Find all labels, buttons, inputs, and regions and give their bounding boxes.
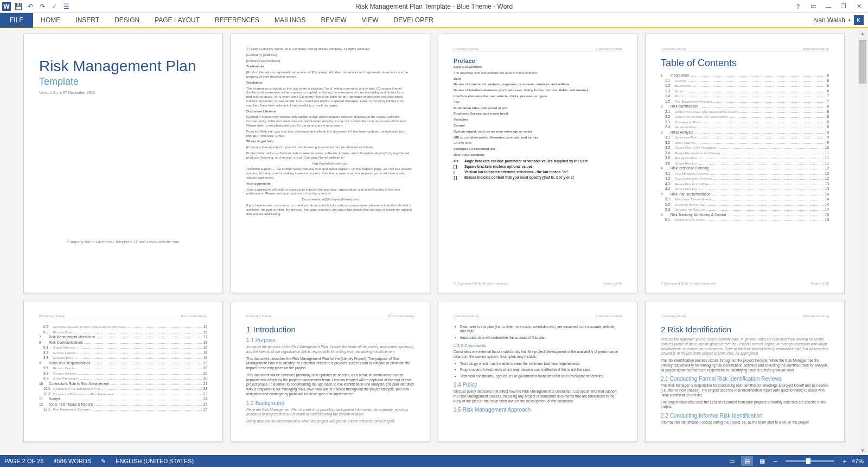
toc-entry[interactable]: 10Contractor's Role in Risk Management21 bbox=[39, 382, 207, 386]
toc-entry[interactable]: 8.1Status Meetings18 bbox=[39, 345, 207, 350]
toc-entry[interactable]: 3.5Risk Acceptance11 bbox=[661, 156, 829, 160]
view-read-mode-icon[interactable]: ▭ bbox=[726, 456, 738, 466]
status-language[interactable]: ENGLISH (UNITED STATES) bbox=[116, 458, 194, 464]
zoom-in-button[interactable]: + bbox=[841, 457, 848, 465]
toc-entry[interactable]: 2Risk Identification8 bbox=[661, 104, 829, 109]
status-words[interactable]: 4586 WORDS bbox=[54, 458, 92, 464]
redo-icon[interactable]: ↷ bbox=[38, 2, 47, 11]
toc-entry[interactable]: 4Risk Response Planning12 bbox=[661, 166, 829, 171]
page-intro: [Company Name][Document Name] 1 Introduc… bbox=[231, 301, 430, 442]
view-print-layout-icon[interactable]: ▤ bbox=[741, 456, 753, 466]
scroll-thumb[interactable] bbox=[859, 40, 866, 84]
toc-entry[interactable]: 3.3Review Risk v Risk Tolerances10 bbox=[661, 146, 829, 150]
toc-entry[interactable]: 4.3Review Risk Action Plans13 bbox=[661, 182, 829, 186]
toc-entry[interactable]: 5.2Executing Action Plan14 bbox=[661, 203, 829, 207]
toc-entry[interactable]: 1.1Purpose6 bbox=[661, 79, 829, 83]
toc-entry[interactable]: 4.2Plan Contingency Activities12 bbox=[661, 176, 829, 181]
assumption-bullet: Data used in this plan (i.e. to determin… bbox=[454, 325, 622, 334]
toc-entry[interactable]: 5.1Monitoring Trigger Events14 bbox=[661, 197, 829, 201]
vertical-scrollbar[interactable]: ▲ ▼ bbox=[858, 29, 867, 455]
toc-entry[interactable]: 10.2Contractor Participation in Risk Man… bbox=[39, 392, 207, 396]
purpose-body2: This document will be reviewed [annually… bbox=[246, 373, 414, 397]
tab-design[interactable]: DESIGN bbox=[107, 12, 147, 28]
zoom-out-button[interactable]: − bbox=[771, 457, 779, 465]
undo-icon[interactable]: ↶ bbox=[26, 2, 35, 11]
toc-entry[interactable]: 6.1Reporting Risk Status15 bbox=[661, 218, 829, 222]
toc-entry[interactable]: 3.6Update Risk Log11 bbox=[661, 161, 829, 166]
background-instruction: Place the Risk Management Plan in contex… bbox=[246, 408, 414, 418]
tab-home[interactable]: HOME bbox=[33, 12, 68, 28]
scroll-up-icon[interactable]: ▲ bbox=[858, 29, 867, 38]
zoom-knob[interactable] bbox=[806, 458, 810, 464]
lifetime-text2: From the Web site, you may also download… bbox=[246, 130, 414, 138]
zoom-slider[interactable] bbox=[786, 460, 834, 462]
titlebar: W 💾 ↶ ↷ ✓ ☰ Risk Management Plan Templat… bbox=[0, 0, 868, 13]
toc-entry[interactable]: 10.1Contractor Risk Management Plan23 bbox=[39, 387, 207, 391]
tab-mailings[interactable]: MAILINGS bbox=[267, 12, 313, 28]
status-page[interactable]: PAGE 2 OF 26 bbox=[4, 458, 44, 464]
prod-url: http://www.[website].com bbox=[246, 162, 414, 166]
toc-entry[interactable]: 1Introduction6 bbox=[661, 73, 829, 78]
toc-entry[interactable]: 1.4Policy7 bbox=[661, 94, 829, 98]
zoom-level[interactable]: 47% bbox=[852, 458, 864, 464]
toc-entry[interactable]: 9.2Project Sponsor20 bbox=[39, 371, 207, 376]
save-icon[interactable]: 💾 bbox=[14, 2, 23, 11]
toc-entry[interactable]: 11Budget24 bbox=[39, 397, 207, 401]
help-icon[interactable]: ? bbox=[791, 1, 805, 12]
toc-entry[interactable]: 8.3Escalate Risks18 bbox=[39, 356, 207, 360]
status-proofing-icon[interactable]: ✎ bbox=[101, 458, 106, 465]
comments-text: Your suggestions will help us continue t… bbox=[246, 188, 414, 197]
toc-entry[interactable]: 4.1Plan Mitigation Activities12 bbox=[661, 172, 829, 176]
document-canvas[interactable]: Risk Management Plan Template Version X.… bbox=[0, 28, 868, 455]
close-icon[interactable]: ✕ bbox=[852, 1, 866, 12]
constraint-bullet: Programs and investments which may becom… bbox=[454, 368, 622, 372]
user-avatar[interactable]: K bbox=[854, 15, 864, 25]
toc-entry[interactable]: 1.5Risk Management Approach7 bbox=[661, 99, 829, 104]
toc-entry[interactable]: 2.4Validating Risks8 bbox=[661, 125, 829, 129]
toc-entry[interactable]: 2.2Conducting Informal Risk Identificati… bbox=[661, 115, 829, 119]
toc-entry[interactable]: 8.2Lessons Learned18 bbox=[39, 351, 207, 355]
tab-developer[interactable]: DEVELOPER bbox=[386, 12, 441, 28]
toc-entry[interactable]: 8Risk Communications18 bbox=[39, 340, 207, 345]
toc-entry[interactable]: 6Risk Tracking, Monitoring & Control15 bbox=[661, 213, 829, 217]
toc-entry[interactable]: 5Risk Plan Implementation14 bbox=[661, 192, 829, 197]
toc-entry[interactable]: 2.1Conducting Formal Risk Identification… bbox=[661, 110, 829, 114]
prodinfo-text: Product information — Documentation, rel… bbox=[246, 152, 414, 160]
purpose-body: This document describes the Risk Managem… bbox=[246, 357, 414, 371]
toc-entry[interactable]: 6.2Reviewing Changes to Risk Profiles an… bbox=[39, 325, 207, 329]
toc-entry[interactable]: 4.4Update Risk Log13 bbox=[661, 187, 829, 191]
toc-entry[interactable]: 2.3Documenting Risks8 bbox=[661, 120, 829, 124]
copyright: © [Year] [Company Name] or a [Company Na… bbox=[246, 47, 414, 52]
toc-entry[interactable]: 3.4Review Risk Analysis and Ranking11 bbox=[661, 151, 829, 155]
toc-entry[interactable]: 6.3Retiring Risks16 bbox=[39, 330, 207, 335]
constraint-bullet: Technology which must be able to meet th… bbox=[454, 362, 622, 366]
toc-entry[interactable]: 1.2Background6 bbox=[661, 84, 829, 88]
tab-review[interactable]: REVIEW bbox=[313, 12, 354, 28]
tab-insert[interactable]: INSERT bbox=[68, 12, 107, 28]
restore-icon[interactable]: ❐ bbox=[837, 1, 851, 12]
heading-comments: Your comments bbox=[246, 182, 414, 186]
tab-page-layout[interactable]: PAGE LAYOUT bbox=[147, 12, 207, 28]
view-web-layout-icon[interactable]: ▦ bbox=[756, 456, 768, 466]
spellcheck-icon[interactable]: ✓ bbox=[50, 2, 59, 11]
toc-entry[interactable]: 7Risk Management Milestones17 bbox=[39, 335, 207, 339]
toc-entry[interactable]: 12Tools, Techniques & Reports25 bbox=[39, 402, 207, 407]
toc-entry[interactable]: 3.1Categorize Risk9 bbox=[661, 135, 829, 140]
tab-file[interactable]: FILE bbox=[0, 12, 33, 28]
touch-mode-icon[interactable]: ☰ bbox=[62, 2, 71, 11]
toc-entry[interactable]: 9.3Other Participants20 bbox=[39, 376, 207, 381]
ribbon-user[interactable]: Ivan Walsh ▾ K bbox=[813, 15, 868, 25]
toc-entry[interactable]: 5.3Updating the Risk Log14 bbox=[661, 207, 829, 212]
toc-entry[interactable]: 9.1Project Office20 bbox=[39, 366, 207, 370]
scroll-down-icon[interactable]: ▼ bbox=[858, 446, 867, 455]
minimize-icon[interactable]: — bbox=[821, 1, 835, 12]
tab-references[interactable]: REFERENCES bbox=[207, 12, 267, 28]
toc-entry[interactable]: 1.3Scope6 bbox=[661, 89, 829, 93]
heading-lifetime: Document Lifetime bbox=[246, 110, 414, 114]
toc-entry[interactable]: 12.1Risk Management Software25 bbox=[39, 407, 207, 412]
toc-entry[interactable]: 3Risks Analysis9 bbox=[661, 130, 829, 135]
tab-view[interactable]: VIEW bbox=[354, 12, 386, 28]
toc-entry[interactable]: 9Roles and Responsibilities20 bbox=[39, 361, 207, 365]
ribbon-options-icon[interactable]: ▭ bbox=[806, 1, 820, 12]
toc-entry[interactable]: 3.2Impact Analysis9 bbox=[661, 141, 829, 145]
